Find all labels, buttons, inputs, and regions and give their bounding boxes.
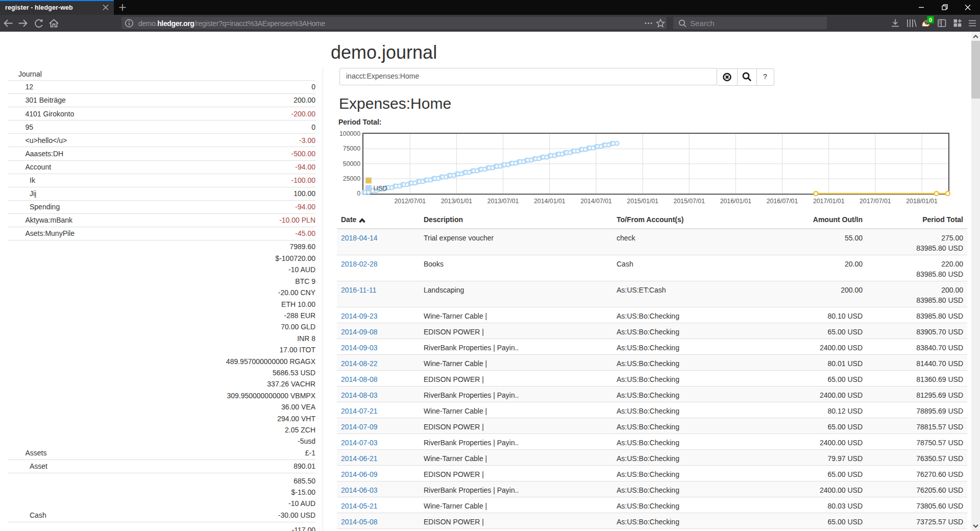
svg-text:2018/01/01: 2018/01/01 — [906, 198, 938, 205]
svg-text:2013/07/01: 2013/07/01 — [487, 198, 519, 205]
svg-text:2016/07/01: 2016/07/01 — [767, 198, 798, 205]
svg-text:2015/01/01: 2015/01/01 — [627, 198, 658, 205]
svg-text:2012/07/01: 2012/07/01 — [395, 198, 426, 205]
svg-text:100000: 100000 — [339, 130, 360, 137]
svg-text:2017/07/01: 2017/07/01 — [860, 198, 891, 205]
svg-text:2016/01/01: 2016/01/01 — [720, 198, 752, 205]
svg-text:2015/07/01: 2015/07/01 — [673, 198, 705, 205]
svg-text:2014/01/01: 2014/01/01 — [534, 198, 566, 205]
svg-text:50000: 50000 — [343, 160, 360, 167]
svg-text:75000: 75000 — [343, 145, 360, 152]
svg-text:2017/01/01: 2017/01/01 — [813, 198, 845, 205]
svg-text:25000: 25000 — [343, 175, 360, 182]
svg-text:0: 0 — [929, 17, 932, 23]
svg-text:2013/01/01: 2013/01/01 — [441, 198, 473, 205]
svg-text:USD: USD — [374, 184, 387, 192]
svg-text:2014/07/01: 2014/07/01 — [580, 198, 612, 205]
svg-text:0: 0 — [357, 190, 360, 197]
